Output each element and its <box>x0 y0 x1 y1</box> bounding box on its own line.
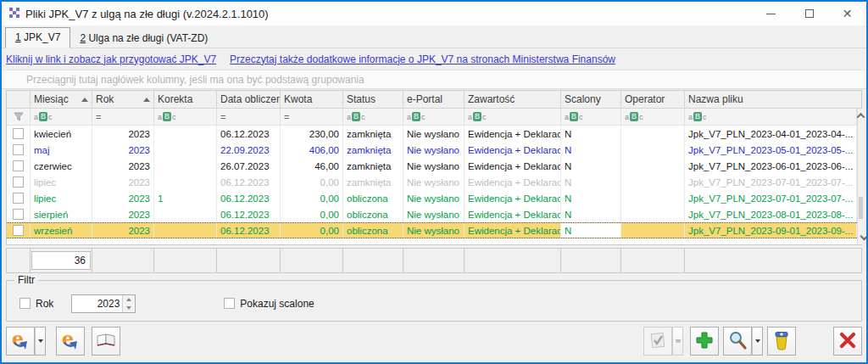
cell-calc_date: 06.12.2023 <box>217 223 281 238</box>
cell-filename: Jpk_V7_PLN_2023-06-01_2023-06-... <box>685 158 857 174</box>
table-row[interactable]: lipiec202306.12.20230,00zamkniętaNie wys… <box>7 174 857 190</box>
column-header-correction[interactable]: Korekta <box>154 91 217 108</box>
cell-status: obliczona <box>343 223 403 238</box>
row-checkbox[interactable] <box>13 176 24 188</box>
table-row[interactable]: wrzesień202306.12.20230,00obliczonaNie w… <box>7 222 857 238</box>
rows-count-field[interactable]: 36 <box>31 251 91 270</box>
row-checkbox[interactable] <box>13 225 24 236</box>
link-ministry-info[interactable]: Przeczytaj także dodatkowe informacje o … <box>230 53 615 65</box>
row-select-cell <box>7 190 31 206</box>
add-button[interactable] <box>690 327 719 356</box>
minimize-button[interactable] <box>752 2 790 25</box>
cell-merged: N <box>561 223 621 238</box>
filter-cell-content[interactable]: aBc <box>465 109 561 125</box>
abc-filter-icon: B <box>39 112 47 121</box>
column-header-merged[interactable]: Scalony <box>561 91 621 108</box>
filter-cell-amount[interactable]: = <box>281 109 343 125</box>
column-header-calc_date[interactable]: Data obliczenia <box>217 91 281 108</box>
close-window-button[interactable] <box>833 327 862 356</box>
cell-status: zamknięta <box>343 174 403 190</box>
spinner-down-button[interactable] <box>123 304 135 312</box>
abc-filter-icon: a <box>347 113 351 121</box>
column-label: Nazwa pliku <box>688 93 743 105</box>
cell-content: Ewidencja + Deklaracja <box>465 174 561 190</box>
row-checkbox[interactable] <box>13 144 24 155</box>
tab-ulga-vat-zd[interactable]: 2 Ulga na złe długi (VAT-ZD) <box>70 29 217 48</box>
delete-button[interactable] <box>767 327 796 356</box>
cell-amount: 0,00 <box>281 223 343 238</box>
vertical-scrollbar[interactable] <box>857 109 864 244</box>
filter-cell-year[interactable]: = <box>92 109 154 125</box>
column-header-month[interactable]: Miesiąc <box>31 91 92 108</box>
grid-summary-row: 36 <box>6 248 862 273</box>
sort-asc-icon <box>81 98 88 102</box>
view-dropdown[interactable] <box>752 327 763 356</box>
rok-spinner[interactable]: 2023 <box>71 294 136 313</box>
table-row[interactable]: sierpień202306.12.20230,00obliczonaNie w… <box>7 206 857 222</box>
rok-spinner-value[interactable]: 2023 <box>72 295 122 312</box>
cell-status: obliczona <box>343 190 403 206</box>
cell-filename: Jpk_V7_PLN_2023-08-01_2023-08-... <box>685 206 857 222</box>
cell-filename: Jpk_V7_PLN_2023-07-01_2023-07-... <box>685 174 857 190</box>
row-checkbox[interactable] <box>13 128 24 139</box>
table-row[interactable]: kwiecień202306.12.2023230,00zamkniętaNie… <box>7 126 857 142</box>
column-header-eportal[interactable]: e-Portal <box>403 91 465 108</box>
table-row[interactable]: lipiec2023106.12.20230,00obliczonaNie wy… <box>7 190 857 206</box>
pokazuj-scalone-checkbox[interactable] <box>224 298 235 309</box>
approve-dropdown <box>672 327 683 356</box>
filter-cell-calc_date[interactable]: = <box>217 109 281 125</box>
abc-filter-icon: a <box>565 113 569 121</box>
cell-content: Ewidencja + Deklaracja <box>465 206 561 222</box>
column-header-operator[interactable]: Operator <box>621 91 685 108</box>
column-header-amount[interactable]: Kwota <box>281 91 343 108</box>
filter-cell-eportal[interactable]: aBc <box>403 109 465 125</box>
filter-cell-operator[interactable]: aBc <box>621 109 685 125</box>
tab-jpk-v7[interactable]: 1 JPK_V7 <box>5 27 70 48</box>
column-label: Status <box>347 93 376 105</box>
cell-filename: Jpk_V7_PLN_2023-04-01_2023-04-... <box>685 126 857 142</box>
cell-year: 2023 <box>92 126 154 142</box>
cell-eportal: Nie wysłano <box>403 190 465 206</box>
filter-cell-month[interactable]: aBc <box>31 109 92 125</box>
window-title: Pliki JPK_V7 z ulgą na złe długi (v.2024… <box>25 8 269 20</box>
scroll-up-button[interactable] <box>858 109 864 122</box>
cell-amount: 46,00 <box>281 158 343 174</box>
row-checkbox[interactable] <box>13 209 24 220</box>
link-prepare-jpk[interactable]: Kliknij w link i zobacz jak przygotować … <box>6 53 216 65</box>
view-button[interactable] <box>723 327 752 356</box>
spinner-up-button[interactable] <box>123 295 135 304</box>
cell-calc_date: 06.12.2023 <box>217 126 281 142</box>
rok-checkbox[interactable] <box>19 298 31 309</box>
scroll-thumb[interactable] <box>859 197 863 219</box>
cell-merged: N <box>561 158 621 174</box>
column-header-content[interactable]: Zawartość <box>465 91 561 108</box>
filter-cell-correction[interactable]: aBc <box>154 109 217 125</box>
cell-content: Ewidencja + Deklaracja <box>465 126 561 142</box>
abc-filter-icon: a <box>468 113 472 121</box>
ledger-book-button[interactable] <box>92 327 120 356</box>
close-button[interactable]: ✕ <box>828 2 866 25</box>
row-checkbox[interactable] <box>13 193 24 204</box>
cell-calc_date: 22.09.2023 <box>217 142 281 158</box>
filter-cell-filename[interactable]: aBc <box>685 109 857 125</box>
edeklaracje-export-button[interactable]: e <box>56 327 85 356</box>
maximize-button[interactable] <box>790 2 828 25</box>
filter-funnel-cell[interactable] <box>7 109 31 125</box>
filter-cell-status[interactable]: aBc <box>343 109 403 125</box>
row-checkbox[interactable] <box>13 160 24 171</box>
edeklaracje-send-dropdown[interactable] <box>35 327 46 356</box>
column-header-filename[interactable]: Nazwa pliku <box>685 91 861 108</box>
edeklaracje-send-button[interactable]: e <box>6 327 35 356</box>
abc-filter-icon: a <box>34 113 38 121</box>
cell-amount: 0,00 <box>281 190 343 206</box>
grid-rows: kwiecień202306.12.2023230,00zamkniętaNie… <box>7 126 857 244</box>
filter-cell-merged[interactable]: aBc <box>561 109 621 125</box>
grid-filter-row: aBc=aBc==aBcaBcaBcaBcaBcaBc <box>7 109 857 126</box>
scroll-down-button[interactable] <box>858 122 864 136</box>
column-header-year[interactable]: Rok <box>92 91 154 108</box>
column-label: Scalony <box>565 93 601 105</box>
column-header-status[interactable]: Status <box>343 91 403 108</box>
table-row[interactable]: czerwiec202326.07.202346,00zamkniętaNie … <box>7 158 857 174</box>
table-row[interactable]: maj202322.09.2023406,00zamkniętaNie wysł… <box>7 142 857 158</box>
abc-filter-icon: B <box>352 112 360 121</box>
